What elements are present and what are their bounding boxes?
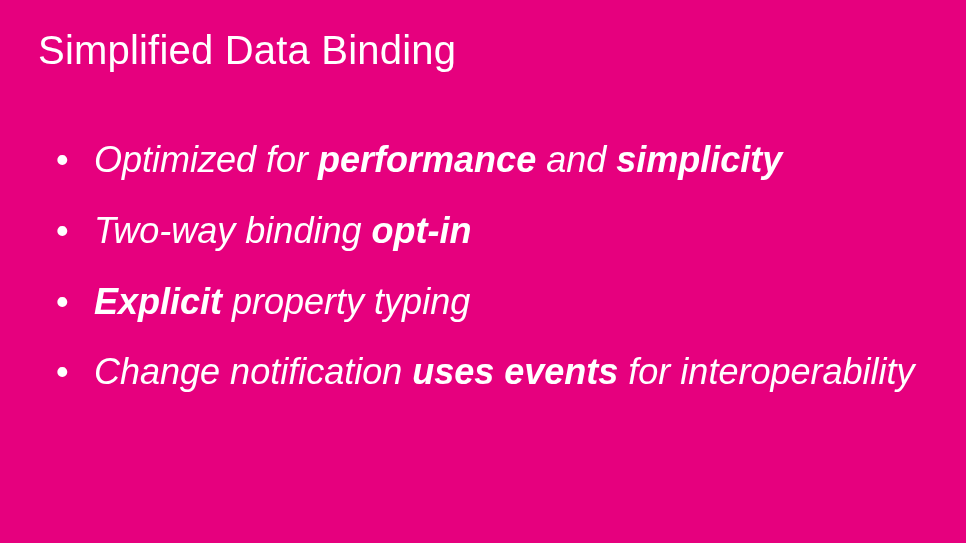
bullet-item: Optimized for performance and simplicity [56,137,928,184]
bullet-text-bold: Explicit [94,281,222,322]
bullet-text: Change notification [94,351,412,392]
slide-title: Simplified Data Binding [38,28,928,73]
bullet-text: property typing [222,281,470,322]
bullet-text: for interoperability [618,351,914,392]
slide: Simplified Data Binding Optimized for pe… [0,0,966,543]
bullet-item: Explicit property typing [56,279,928,326]
bullet-item: Change notification uses events for inte… [56,349,928,396]
bullet-item: Two-way binding opt-in [56,208,928,255]
bullet-text-bold: opt-in [371,210,471,251]
bullet-text: and [536,139,616,180]
bullet-text: Two-way binding [94,210,371,251]
bullet-text: Optimized for [94,139,318,180]
bullet-text-bold: performance [318,139,536,180]
bullet-text-bold: simplicity [616,139,782,180]
bullet-list: Optimized for performance and simplicity… [38,137,928,396]
bullet-text-bold: uses events [412,351,618,392]
